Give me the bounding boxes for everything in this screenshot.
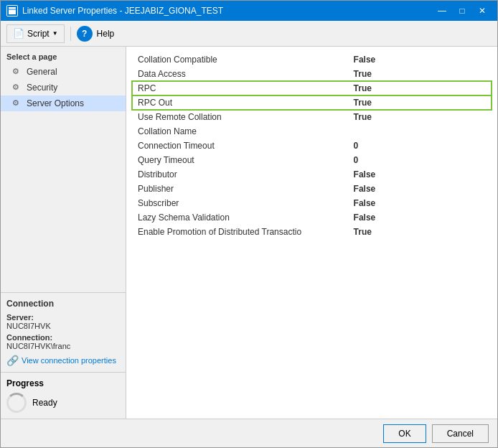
window-title: Linked Server Properties - JEEJABIZ_GION…: [22, 6, 433, 16]
sidebar-item-server-options[interactable]: ⚙ Server Options: [1, 95, 126, 111]
general-icon: ⚙: [12, 67, 22, 77]
property-value: 0: [348, 153, 492, 167]
table-row: Data AccessTrue: [132, 67, 492, 81]
property-value: False: [348, 52, 492, 67]
minimize-button[interactable]: —: [433, 4, 451, 18]
progress-section: Progress Ready: [1, 372, 126, 419]
table-row: Enable Promotion of Distributed Transact…: [132, 225, 492, 239]
property-value: [348, 124, 492, 139]
property-name: RPC Out: [132, 95, 348, 110]
property-name: Data Access: [132, 67, 348, 81]
properties-table: Collation CompatibleFalseData AccessTrue…: [132, 52, 492, 239]
script-icon: 📄: [13, 28, 24, 39]
help-button[interactable]: ?: [77, 26, 93, 42]
toolbar-separator: [70, 27, 71, 41]
view-connection-properties-link[interactable]: 🔗 View connection properties: [6, 355, 120, 366]
close-button[interactable]: ✕: [473, 4, 492, 18]
server-options-icon: ⚙: [12, 98, 22, 108]
property-name: Lazy Schema Validation: [132, 210, 348, 225]
progress-content: Ready: [6, 393, 120, 413]
property-name: Query Timeout: [132, 153, 348, 167]
property-value: True: [348, 225, 492, 239]
property-value: True: [348, 95, 492, 110]
sidebar-item-server-options-label: Server Options: [27, 98, 84, 108]
property-value: True: [348, 81, 492, 95]
help-label: Help: [97, 29, 115, 39]
table-row: Collation Name: [132, 124, 492, 139]
progress-status: Ready: [32, 398, 57, 408]
progress-title: Progress: [6, 378, 120, 388]
property-name: Distributor: [132, 167, 348, 182]
table-row: RPCTrue: [132, 81, 492, 95]
title-bar: Linked Server Properties - JEEJABIZ_GION…: [1, 1, 497, 21]
table-row: RPC OutTrue: [132, 95, 492, 110]
sidebar-item-general-label: General: [27, 67, 57, 77]
property-name: Collation Compatible: [132, 52, 348, 67]
sidebar-item-general[interactable]: ⚙ General: [1, 64, 126, 80]
property-value: True: [348, 67, 492, 81]
property-value: False: [348, 167, 492, 182]
connection-link-label: View connection properties: [22, 356, 116, 365]
table-row: DistributorFalse: [132, 167, 492, 182]
table-row: Connection Timeout0: [132, 139, 492, 153]
cancel-button[interactable]: Cancel: [432, 424, 489, 443]
server-value: NUC8I7HVK: [6, 322, 120, 330]
connection-title: Connection: [6, 299, 120, 309]
main-content: Select a page ⚙ General ⚙ Security ⚙ Ser…: [1, 47, 497, 419]
sidebar: Select a page ⚙ General ⚙ Security ⚙ Ser…: [1, 47, 126, 419]
progress-spinner: [6, 393, 27, 413]
table-row: Use Remote CollationTrue: [132, 110, 492, 124]
window-controls: — □ ✕: [433, 4, 492, 18]
property-value: False: [348, 210, 492, 225]
script-label: Script: [27, 29, 50, 39]
sidebar-item-security-label: Security: [27, 83, 57, 93]
sidebar-item-security[interactable]: ⚙ Security: [1, 80, 126, 95]
property-name: RPC: [132, 81, 348, 95]
connection-value: NUC8I7HVK\franc: [6, 342, 120, 350]
property-name: Subscriber: [132, 196, 348, 210]
footer: OK Cancel: [1, 419, 497, 447]
script-button[interactable]: 📄 Script ▼: [6, 24, 65, 43]
property-value: False: [348, 196, 492, 210]
main-window: Linked Server Properties - JEEJABIZ_GION…: [0, 0, 498, 448]
table-row: Lazy Schema ValidationFalse: [132, 210, 492, 225]
right-panel: Collation CompatibleFalseData AccessTrue…: [126, 47, 497, 419]
property-name: Collation Name: [132, 124, 348, 139]
table-row: SubscriberFalse: [132, 196, 492, 210]
sidebar-header: Select a page: [1, 47, 126, 64]
table-row: Collation CompatibleFalse: [132, 52, 492, 67]
table-row: PublisherFalse: [132, 182, 492, 196]
server-label: Server:: [6, 313, 120, 322]
property-name: Publisher: [132, 182, 348, 196]
window-icon: [6, 5, 18, 17]
connection-link-icon: 🔗: [6, 355, 19, 366]
property-value: 0: [348, 139, 492, 153]
property-value: True: [348, 110, 492, 124]
toolbar: 📄 Script ▼ ? Help: [1, 21, 497, 47]
ok-button[interactable]: OK: [383, 424, 426, 443]
property-value: False: [348, 182, 492, 196]
table-row: Query Timeout0: [132, 153, 492, 167]
property-name: Enable Promotion of Distributed Transact…: [132, 225, 348, 239]
connection-label: Connection:: [6, 333, 120, 342]
security-icon: ⚙: [12, 83, 22, 93]
maximize-button[interactable]: □: [453, 4, 471, 18]
script-dropdown-arrow: ▼: [52, 30, 58, 37]
connection-section: Connection Server: NUC8I7HVK Connection:…: [1, 292, 126, 372]
svg-rect-0: [8, 6, 17, 15]
property-name: Use Remote Collation: [132, 110, 348, 124]
property-name: Connection Timeout: [132, 139, 348, 153]
